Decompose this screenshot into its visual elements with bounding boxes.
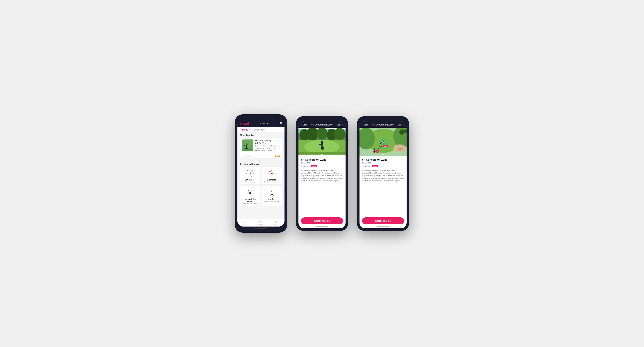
svg-point-41 (272, 190, 272, 191)
svg-line-36 (250, 190, 252, 192)
tab-favourites[interactable]: Favourites (250, 127, 267, 132)
detail-header-2: < Back 6ft Conversion Zone Cancel (298, 121, 346, 128)
svg-point-55 (321, 141, 323, 143)
svg-rect-79 (374, 150, 374, 151)
favourite-icon-3[interactable]: ☆ (402, 158, 404, 161)
skill-card-ott[interactable]: Off The Tee Power accuracy (240, 167, 260, 185)
svg-line-13 (250, 173, 252, 176)
drill-info: Find The Fairway Off The Tee ☆ Create an… (255, 139, 280, 152)
drill-meta-3: ○ 20 shots ARG (362, 165, 404, 167)
phone-screen-3: < Back 6ft Conversion Zone Cancel SAND (360, 121, 406, 228)
img-dot-2 (322, 154, 324, 155)
svg-point-52 (334, 128, 345, 140)
svg-rect-5 (247, 148, 248, 149)
svg-text:ROUGH: ROUGH (401, 129, 406, 130)
ott-badge: OTT (275, 155, 280, 157)
shots-badge-2: ○ 20 shots (301, 165, 309, 167)
drill-title-row-2: 6ft Conversion Zone 10-50 yds ☆ (301, 158, 343, 164)
svg-point-18 (248, 176, 250, 177)
drill-content-2: 6ft Conversion Zone 10-50 yds ☆ ○ 20 sho… (298, 156, 346, 216)
home-icon: ⌂ (244, 220, 246, 224)
dot-1 (258, 160, 260, 162)
nav-activities[interactable]: ⬡ Activities (257, 220, 263, 226)
approach-desc: Dial-in to hit the green (264, 181, 279, 183)
content-scroll: Most Popular (238, 133, 284, 219)
menu-icon[interactable]: ☰ (280, 122, 282, 125)
favourite-icon-2[interactable]: ☆ (340, 158, 343, 161)
clock-icon: ○ (242, 155, 243, 157)
svg-rect-4 (245, 148, 246, 149)
shots-badge-3: ○ 20 shots (362, 165, 370, 167)
ott-skill-icon (246, 169, 255, 178)
dot-3 (262, 160, 264, 162)
svg-line-8 (248, 170, 250, 173)
drill-title-row-3: 6ft Conversion Zone 10-50 yds ☆ (362, 158, 404, 164)
capture-icon: ⊕ (275, 220, 278, 224)
phone-screen: clippd Practice ☰ Drills Favourites Most… (238, 120, 284, 226)
drill-map-container: SAND ROUGH FAIRWAY (360, 128, 406, 156)
arg-badge-3: ARG (372, 165, 378, 167)
putting-desc: Make and lag practice (264, 201, 279, 202)
start-practice-button-3[interactable]: Start Practice (362, 217, 404, 224)
atg-name: Around The Green (242, 198, 258, 203)
skill-grid: Off The Tee Power accuracy (238, 167, 284, 208)
drill-main-title: Find The Fairway (255, 139, 271, 142)
map-dot-2 (384, 154, 384, 155)
dot-2 (260, 160, 262, 162)
nav-capture[interactable]: ⊕ Capture (274, 220, 279, 226)
approach-icon-area (266, 168, 277, 178)
svg-point-39 (271, 194, 273, 195)
back-button-3[interactable]: < Back (362, 124, 368, 126)
tab-drills[interactable]: Drills (240, 127, 250, 132)
svg-text:SAND: SAND (398, 148, 403, 150)
skill-card-approach[interactable]: Approach Dial-in to hit the green (262, 167, 282, 185)
shots-count: ○ 10 shots (242, 155, 250, 157)
drill-thumbnail (242, 139, 253, 151)
phone-drill-photo: < Back 6ft Conversion Zone Cancel (296, 116, 348, 231)
phone-drill-map: < Back 6ft Conversion Zone Cancel SAND (357, 116, 409, 231)
start-practice-button-2[interactable]: Start Practice (301, 217, 343, 224)
nav-home[interactable]: ⌂ Home (243, 220, 247, 226)
svg-rect-58 (322, 147, 324, 150)
skill-card-putting[interactable]: Putting Make and lag practice (262, 186, 282, 206)
drill-name-2: 6ft Conversion Zone (301, 158, 326, 161)
ott-icon-area (245, 168, 256, 178)
capture-label: Capture (274, 224, 279, 226)
svg-point-19 (251, 176, 252, 177)
back-button-2[interactable]: < Back (301, 124, 307, 126)
activities-icon: ⬡ (259, 220, 262, 224)
drill-subtitle: Off The Tee (255, 142, 271, 145)
favourite-icon[interactable]: ☆ (278, 139, 280, 143)
svg-point-50 (316, 128, 328, 140)
app-logo: clippd (240, 122, 249, 125)
cancel-button-3[interactable]: Cancel (398, 124, 404, 126)
drill-photo-container (298, 128, 346, 156)
drill-description-short: Create an imaginary fairway using trees … (255, 145, 280, 152)
approach-name: Approach (267, 179, 276, 181)
img-dot-1 (321, 154, 322, 155)
ott-desc: Power accuracy (245, 181, 256, 183)
atg-icon-area (245, 188, 256, 197)
map-dots (382, 154, 384, 155)
svg-text:Hit: Hit (376, 151, 378, 152)
svg-point-49 (306, 128, 318, 141)
skill-card-atg[interactable]: Around The Green Hone your short game (240, 186, 260, 206)
home-bar-3 (376, 226, 390, 227)
cancel-button-2[interactable]: Cancel (337, 124, 343, 126)
svg-point-16 (246, 173, 247, 174)
drill-range-2: 10-50 yds (301, 162, 326, 164)
drill-meta-2: ○ 20 shots ARG (301, 165, 343, 167)
svg-point-67 (400, 129, 405, 135)
featured-drill-card[interactable]: Find The Fairway Off The Tee ☆ Create an… (240, 138, 282, 159)
scene: clippd Practice ☰ Drills Favourites Most… (226, 106, 418, 241)
detail-title-2: 6ft Conversion Zone (312, 124, 333, 126)
svg-point-78 (374, 148, 375, 150)
explore-title: Explore skill areas (238, 162, 284, 167)
approach-skill-icon (267, 169, 277, 178)
clock-icon-2: ○ (301, 165, 302, 167)
svg-rect-57 (321, 147, 322, 150)
drill-description-2: 20 shots are randomly generated at dista… (301, 169, 343, 182)
atg-desc: Hone your short game (243, 203, 258, 204)
home-bar-2 (316, 226, 328, 227)
putting-icon-area (266, 188, 277, 197)
